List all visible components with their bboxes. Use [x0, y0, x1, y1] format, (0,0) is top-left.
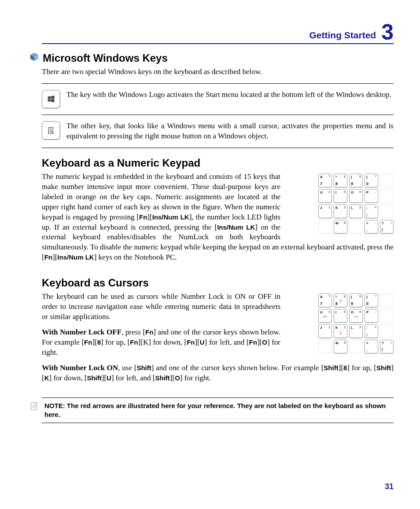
section3-heading: Keyboard as Cursors — [42, 277, 149, 289]
chapter-title: Getting Started — [309, 30, 376, 43]
windows-logo-key-desc: The key with the Windows Logo activates … — [66, 90, 391, 108]
key: (99 — [349, 174, 363, 187]
key — [318, 220, 332, 234]
key: K2 — [334, 204, 347, 218]
key — [380, 189, 394, 203]
section2-heading: Keyboard as a Numeric Keypad — [42, 157, 200, 169]
key: >·. — [365, 340, 378, 353]
windows-logo-key-icon — [42, 90, 60, 108]
key: O6→ — [349, 309, 363, 323]
key — [349, 220, 363, 234]
menu-key-icon — [42, 121, 60, 140]
menu-key-desc: The other key, that looks like a Windows… — [66, 121, 394, 141]
windows-logo-key-row: The key with the Windows Logo activates … — [42, 90, 394, 108]
key — [318, 340, 332, 353]
key: I5 — [334, 189, 347, 203]
key: *88 — [334, 174, 347, 187]
key — [349, 340, 363, 353]
note-block: NOTE: The red arrows are illustrated her… — [42, 398, 394, 424]
key — [380, 174, 394, 187]
section1-heading: Microsoft Windows Keys — [43, 52, 168, 64]
section-windows-keys: Microsoft Windows Keys There are two spe… — [42, 52, 394, 148]
key: U4 — [318, 189, 332, 203]
key: &77 — [318, 174, 332, 187]
section-numeric-keypad: Keyboard as a Numeric Keypad &77*88(99)*… — [42, 157, 394, 268]
page-header: Getting Started 3 — [42, 21, 394, 44]
key: )*0 — [365, 174, 378, 187]
key — [380, 309, 394, 323]
chapter-number: 3 — [381, 21, 394, 43]
section3-p3: With Number Lock ON, use [Shift] and one… — [42, 363, 394, 383]
cube-icon — [29, 52, 39, 64]
key: :+; — [365, 204, 378, 218]
key: M0 — [334, 340, 347, 353]
key: :+; — [365, 324, 378, 338]
key: L3 — [349, 204, 363, 218]
cursor-figure: &77*88↑(99)*0U4←I5O6→P-J1K2↓L3:+;M0>·.?/… — [286, 294, 394, 355]
key: *88↑ — [334, 294, 347, 307]
key: O6 — [349, 189, 363, 203]
keypad-figure: &77*88(99)*0U4I5O6P-J1K2L3:+;M0>·.?// — [286, 174, 394, 235]
key: P- — [365, 189, 378, 203]
key: U4← — [318, 309, 332, 323]
note-text: NOTE: The red arrows are illustrated her… — [44, 401, 394, 420]
key: ?// — [380, 340, 394, 353]
key — [380, 294, 394, 307]
key: I5 — [334, 309, 347, 323]
key: )*0 — [365, 294, 378, 307]
page-number: 31 — [385, 482, 394, 491]
key: J1 — [318, 324, 332, 338]
key: K2↓ — [334, 324, 347, 338]
section-cursors: Keyboard as Cursors &77*88↑(99)*0U4←I5O6… — [42, 277, 394, 389]
key: ?// — [380, 220, 394, 234]
menu-key-row: The other key, that looks like a Windows… — [42, 121, 394, 141]
key: L3 — [349, 324, 363, 338]
key: M0 — [334, 220, 347, 234]
key — [380, 324, 394, 338]
key: P- — [365, 309, 378, 323]
section1-intro: There are two special Windows keys on th… — [42, 67, 394, 77]
key: J1 — [318, 204, 332, 218]
key: &77 — [318, 294, 332, 307]
note-icon — [29, 401, 39, 420]
key: >·. — [365, 220, 378, 234]
key — [380, 204, 394, 218]
key: (99 — [349, 294, 363, 307]
